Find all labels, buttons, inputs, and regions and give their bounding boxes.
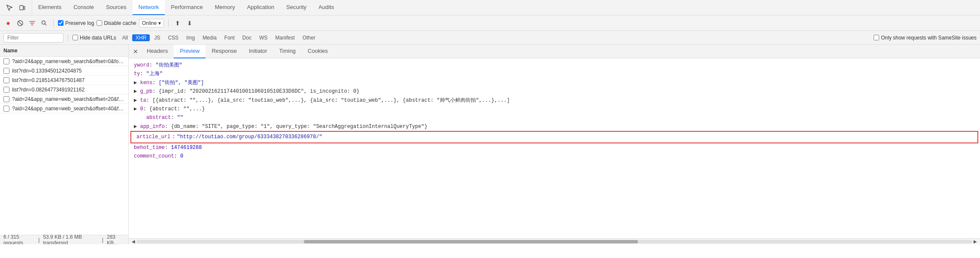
filter-type-doc[interactable]: Doc xyxy=(239,34,255,41)
expand-icon[interactable]: ▶ xyxy=(134,106,140,112)
close-panel-button[interactable]: ✕ xyxy=(130,46,141,57)
hide-data-urls-input[interactable] xyxy=(73,35,78,40)
filter-type-img[interactable]: Img xyxy=(183,34,198,41)
expand-icon[interactable]: ▶ xyxy=(134,97,140,103)
download-button[interactable]: ⬇ xyxy=(185,18,194,28)
filter-input[interactable] xyxy=(3,33,64,42)
online-dropdown[interactable]: Online ▾ xyxy=(139,19,164,27)
name-header-label: Name xyxy=(3,48,18,54)
svg-rect-0 xyxy=(20,6,23,10)
nav-tab-elements[interactable]: Elements xyxy=(32,0,67,15)
json-value: 1474619288 xyxy=(171,145,202,151)
nav-tab-console[interactable]: Console xyxy=(67,0,100,15)
hide-data-urls-checkbox[interactable]: Hide data URLs xyxy=(73,35,116,41)
json-value: 0 xyxy=(180,153,183,159)
nav-tab-audits[interactable]: Audits xyxy=(312,0,340,15)
filter-type-ws[interactable]: WS xyxy=(256,34,271,41)
expand-icon[interactable]: ▶ xyxy=(134,88,140,94)
samesite-checkbox[interactable]: Only show requests with SameSite issues xyxy=(874,35,977,41)
json-key: ty xyxy=(134,71,140,77)
tab-headers[interactable]: Headers xyxy=(141,45,174,58)
json-value: [{abstract: "",...}, {ala_src: "toutiao_… xyxy=(152,97,510,103)
scroll-left-button[interactable]: ◀ xyxy=(130,239,136,245)
json-key: article_url xyxy=(136,133,170,141)
filter-button[interactable] xyxy=(27,18,37,28)
name-header: Name xyxy=(0,45,128,57)
list-item[interactable]: list?rdn=0.1339450124204875 xyxy=(0,66,128,76)
nav-icon-group xyxy=(0,0,32,15)
search-button[interactable] xyxy=(39,18,49,28)
nav-tab-sources[interactable]: Sources xyxy=(100,0,133,15)
tab-cookies[interactable]: Cookies xyxy=(302,45,334,58)
horizontal-scrollbar[interactable]: ◀ ▶ xyxy=(129,238,980,244)
filter-type-css[interactable]: CSS xyxy=(164,34,182,41)
filter-type-js[interactable]: JS xyxy=(151,34,163,41)
list-item[interactable]: ?aid=24&app_name=web_search&offset=20&fo… xyxy=(0,94,128,104)
tab-response[interactable]: Response xyxy=(206,45,243,58)
json-value: "上海" xyxy=(146,71,163,77)
filter-bar: Hide data URLs AllXHRJSCSSImgMediaFontDo… xyxy=(0,31,980,45)
filter-type-all[interactable]: All xyxy=(119,34,131,41)
cursor-icon[interactable] xyxy=(3,2,15,14)
json-line: ▶ 0: {abstract: "",...} xyxy=(129,105,980,113)
samesite-input[interactable] xyxy=(874,35,879,40)
tab-initiator[interactable]: Initiator xyxy=(243,45,273,58)
list-item[interactable]: ?aid=24&app_name=web_search&offset=40&fo… xyxy=(0,104,128,113)
hide-data-urls-label: Hide data URLs xyxy=(80,35,116,41)
filter-type-manifest[interactable]: Manifest xyxy=(272,34,298,41)
json-value: {abstract: "",...} xyxy=(149,106,205,112)
list-item[interactable]: ?aid=24&app_name=web_search&offset=0&for… xyxy=(0,57,128,66)
preserve-log-input[interactable] xyxy=(58,20,64,26)
main-layout: Name ?aid=24&app_name=web_search&offset=… xyxy=(0,45,980,244)
nav-tab-application[interactable]: Application xyxy=(241,0,281,15)
transferred-size: 53.9 KB / 1.6 MB transferred xyxy=(43,234,98,245)
request-checkbox[interactable] xyxy=(3,106,9,112)
filter-type-xhr[interactable]: XHR xyxy=(132,34,150,41)
status-bar: 6 / 315 requests | 53.9 KB / 1.6 MB tran… xyxy=(0,235,128,244)
request-checkbox[interactable] xyxy=(3,58,9,64)
json-value: "街拍美图" xyxy=(155,62,182,68)
expand-icon[interactable]: ▶ xyxy=(134,124,140,130)
nav-tab-network[interactable]: Network xyxy=(133,0,165,15)
list-item[interactable]: list?rdn=0.21851434767501487 xyxy=(0,76,128,85)
samesite-label-text: Only show requests with SameSite issues xyxy=(881,35,977,41)
article-url-line: article_url: "http://toutiao.com/group/6… xyxy=(130,131,978,143)
nav-tab-performance[interactable]: Performance xyxy=(165,0,209,15)
filter-type-other[interactable]: Other xyxy=(299,34,319,41)
disable-cache-input[interactable] xyxy=(97,20,102,26)
json-value: {impr_id: "2020021621174401001106010510E… xyxy=(159,88,360,94)
filter-type-font[interactable]: Font xyxy=(221,34,238,41)
filter-type-media[interactable]: Media xyxy=(199,34,220,41)
tab-preview[interactable]: Preview xyxy=(174,45,206,58)
disable-cache-checkbox[interactable]: Disable cache xyxy=(97,20,136,26)
json-key: 0 xyxy=(140,106,143,112)
scroll-track[interactable] xyxy=(136,240,972,243)
nav-tab-memory[interactable]: Memory xyxy=(209,0,241,15)
preserve-log-checkbox[interactable]: Preserve log xyxy=(58,20,94,26)
json-key: behot_time xyxy=(134,145,165,151)
json-key: abstract xyxy=(146,115,171,121)
scroll-thumb[interactable] xyxy=(304,240,638,243)
expand-icon[interactable]: ▶ xyxy=(134,80,140,86)
upload-button[interactable]: ⬆ xyxy=(173,18,182,28)
request-list: ?aid=24&app_name=web_search&offset=0&for… xyxy=(0,57,128,235)
scroll-right-button[interactable]: ▶ xyxy=(972,239,978,245)
request-checkbox[interactable] xyxy=(3,77,9,83)
request-checkbox[interactable] xyxy=(3,68,9,74)
json-key: g_pb xyxy=(140,88,152,94)
request-checkbox[interactable] xyxy=(3,87,9,93)
json-line: ▶ kens: ["街拍", "美图"] xyxy=(129,79,980,87)
request-name: ?aid=24&app_name=web_search&offset=20&fo… xyxy=(12,96,125,102)
request-name: list?rdn=0.21851434767501487 xyxy=(12,77,125,83)
panel-tabs: HeadersPreviewResponseInitiatorTimingCoo… xyxy=(141,45,334,58)
stop-button[interactable] xyxy=(15,18,25,28)
request-checkbox[interactable] xyxy=(3,96,9,102)
record-button[interactable]: ● xyxy=(3,18,13,28)
list-item[interactable]: list?rdn=0.08264773491921162 xyxy=(0,85,128,94)
tab-timing[interactable]: Timing xyxy=(273,45,302,58)
filter-type-buttons: AllXHRJSCSSImgMediaFontDocWSManifestOthe… xyxy=(119,34,319,41)
kb-size: 283 KB... xyxy=(107,234,125,245)
request-name: list?rdn=0.1339450124204875 xyxy=(12,68,125,74)
device-icon[interactable] xyxy=(16,2,28,14)
nav-tab-security[interactable]: Security xyxy=(280,0,312,15)
